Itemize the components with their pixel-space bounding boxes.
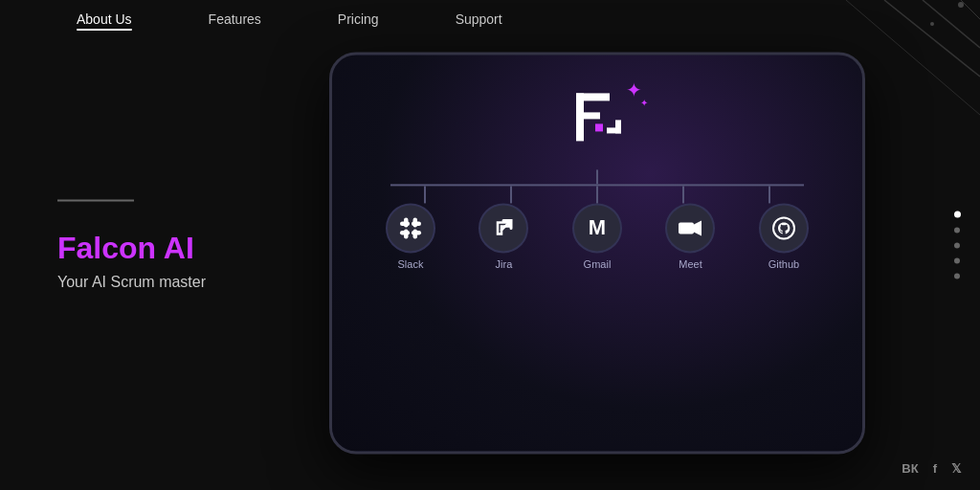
- jira-icon: [479, 203, 528, 253]
- slack-icon: [386, 203, 435, 253]
- brand-subtitle: Your AI Scrum master: [57, 274, 206, 291]
- svg-rect-13: [400, 221, 410, 226]
- slack-label: Slack: [398, 258, 424, 270]
- integration-gmail: M Gmail: [564, 203, 631, 270]
- brand-title: Falcon AI: [57, 231, 206, 266]
- meet-icon: [665, 203, 715, 253]
- meet-label: Meet: [679, 258, 702, 270]
- github-icon: [759, 203, 809, 253]
- github-label: Github: [768, 258, 799, 270]
- svg-text:M: M: [589, 215, 606, 239]
- integration-jira: Jira: [470, 203, 537, 270]
- svg-point-24: [773, 217, 794, 238]
- hero-divider: [57, 200, 134, 202]
- falcon-logo-area: ✦ ✦: [540, 74, 655, 160]
- nav-pricing[interactable]: Pricing: [338, 11, 379, 27]
- dot-3[interactable]: [954, 243, 960, 249]
- nav-features[interactable]: Features: [209, 11, 261, 27]
- svg-rect-19: [412, 231, 421, 235]
- svg-rect-17: [400, 231, 410, 235]
- gmail-label: Gmail: [584, 258, 612, 270]
- social-twitter[interactable]: 𝕏: [951, 461, 961, 476]
- gmail-icon: M: [572, 203, 622, 253]
- dot-1[interactable]: [954, 212, 961, 218]
- svg-marker-23: [694, 220, 702, 235]
- dot-4[interactable]: [954, 258, 960, 264]
- svg-rect-8: [576, 112, 600, 119]
- navigation: About Us Features Pricing Support: [0, 0, 980, 38]
- dot-2[interactable]: [954, 228, 960, 234]
- tablet-frame: ✦ ✦: [329, 52, 865, 454]
- svg-rect-7: [576, 93, 610, 100]
- tree-connector: [332, 169, 862, 203]
- dots-navigation: [954, 212, 961, 279]
- sparkle-small-icon: ✦: [640, 98, 650, 107]
- social-facebook[interactable]: f: [933, 461, 937, 476]
- social-icons: ВК f 𝕏: [902, 461, 961, 476]
- social-vk[interactable]: ВК: [902, 461, 918, 476]
- integrations-row: Slack Jira: [364, 203, 831, 270]
- svg-rect-11: [615, 120, 621, 133]
- falcon-logo-icon: [559, 83, 635, 150]
- integration-meet: Meet: [657, 203, 724, 270]
- tablet-screen: ✦ ✦: [332, 55, 862, 451]
- hero-content: Falcon AI Your AI Scrum master: [57, 200, 206, 291]
- svg-rect-9: [595, 123, 603, 131]
- dot-5[interactable]: [954, 274, 960, 279]
- tablet-device: ✦ ✦: [329, 52, 865, 454]
- nav-about[interactable]: About Us: [77, 11, 132, 27]
- integration-slack: Slack: [377, 203, 444, 270]
- sparkle-large-icon: ✦: [626, 78, 645, 98]
- svg-rect-22: [679, 222, 694, 234]
- nav-support[interactable]: Support: [456, 11, 502, 27]
- integration-github: Github: [750, 203, 817, 270]
- jira-label: Jira: [496, 258, 513, 270]
- svg-rect-15: [412, 221, 421, 226]
